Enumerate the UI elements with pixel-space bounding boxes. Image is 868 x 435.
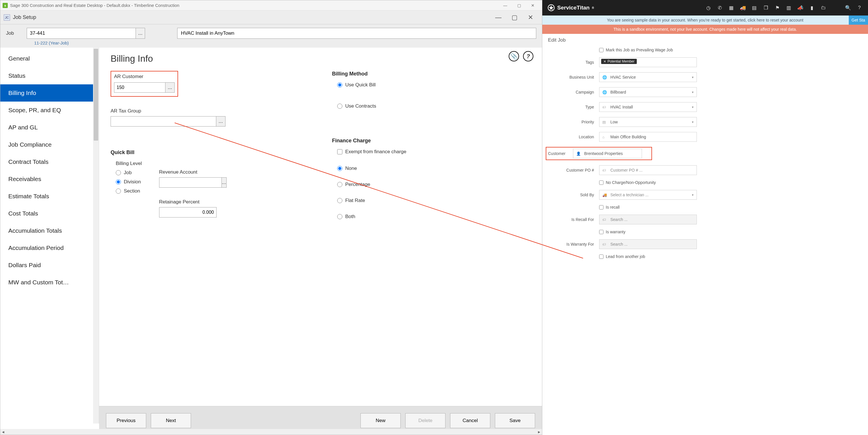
billing-level-section[interactable]: Section	[116, 188, 142, 194]
job-number-input[interactable]	[27, 28, 136, 39]
tag-potential-member[interactable]: ✕Potential Member	[601, 59, 637, 64]
scroll-left-icon[interactable]: ◄	[0, 429, 6, 435]
job-lookup-button[interactable]: …	[136, 28, 145, 39]
horizontal-scrollbar[interactable]: ◄ ►	[0, 429, 542, 435]
finance-percentage[interactable]: Percentage	[337, 181, 530, 188]
exempt-checkbox[interactable]: Exempt from finance charge	[337, 149, 530, 155]
isrecall-checkbox[interactable]: Is recall	[599, 205, 697, 209]
chart-icon[interactable]: ▥	[785, 4, 792, 11]
recallfor-input[interactable]: 🏷Search ...	[599, 214, 697, 224]
dashboard-icon[interactable]: ◷	[705, 4, 712, 11]
close-icon[interactable]: ✕	[526, 1, 540, 10]
revenue-account-lookup-button[interactable]: …	[222, 177, 227, 188]
flag-icon[interactable]: ⚑	[774, 4, 781, 11]
help-icon[interactable]: ?	[523, 51, 533, 61]
truck-icon[interactable]: 🚚	[739, 4, 746, 11]
nav-estimate-totals[interactable]: Estimate Totals	[0, 188, 99, 205]
job-label: Job	[6, 30, 23, 36]
inner-close-icon[interactable]: ✕	[523, 11, 538, 24]
prevailing-wage-checkbox[interactable]: Mark this Job as Prevailing Wage Job	[599, 47, 697, 52]
ar-tax-group-input[interactable]	[111, 116, 216, 127]
st-help-icon[interactable]: ?	[856, 4, 863, 11]
ar-tax-group-label: AR Tax Group	[111, 108, 309, 114]
nav-ap-gl[interactable]: AP and GL	[0, 119, 99, 136]
sandbox-banner: This is a sandbox environment, not your …	[542, 25, 868, 34]
finance-none[interactable]: None	[337, 166, 530, 171]
retainage-input[interactable]	[159, 207, 217, 218]
delete-button[interactable]: Delete	[405, 413, 445, 428]
billing-method-contracts[interactable]: Use Contracts	[337, 103, 530, 109]
caret-icon: ▾	[692, 193, 694, 197]
billing-method-quickbill[interactable]: Use Quick Bill	[337, 82, 530, 88]
finance-both[interactable]: Both	[337, 214, 530, 220]
next-button[interactable]: Next	[151, 413, 191, 428]
save-button[interactable]: Save	[495, 413, 535, 428]
nav-accumulation-totals[interactable]: Accumulation Totals	[0, 222, 99, 239]
tag-remove-icon[interactable]: ✕	[603, 60, 606, 63]
minimize-icon[interactable]: —	[498, 1, 512, 10]
nav-general[interactable]: General	[0, 50, 99, 67]
nav-cost-totals[interactable]: Cost Totals	[0, 205, 99, 222]
leadfrom-checkbox[interactable]: Lead from another job	[599, 254, 697, 259]
tags-label: Tags	[548, 60, 599, 65]
nav-job-compliance[interactable]: Job Compliance	[0, 136, 99, 153]
job-description-input[interactable]	[177, 28, 536, 39]
folder-icon[interactable]: 🗀	[820, 4, 827, 11]
nav-scope-pr-eq[interactable]: Scope, PR, and EQ	[0, 102, 99, 119]
clipboard-icon[interactable]: ▤	[751, 4, 758, 11]
soldby-select[interactable]: 🚚Select a technician ...▾	[599, 190, 697, 200]
campaign-select[interactable]: 🌐Billboard▾	[599, 87, 697, 97]
calendar-icon[interactable]: ▦	[728, 4, 735, 11]
st-logo-icon	[548, 4, 555, 11]
nav-billing-info[interactable]: Billing Info	[0, 85, 99, 102]
billing-level-label: Billing Level	[116, 161, 142, 166]
scroll-right-icon[interactable]: ►	[536, 429, 542, 435]
ar-customer-lookup-button[interactable]: …	[165, 82, 175, 93]
business-unit-select[interactable]: 🌐HVAC Service▾	[599, 72, 697, 82]
warrantyfor-input[interactable]: 🏷Search ...	[599, 239, 697, 249]
billing-level-job[interactable]: Job	[116, 170, 142, 176]
megaphone-icon[interactable]: 📣	[797, 4, 804, 11]
content-area: Billing Info 📎 ? AR Customer …	[99, 47, 542, 424]
customer-input[interactable]: 👤Brentwood Properties	[573, 148, 642, 158]
ar-customer-input[interactable]	[114, 82, 165, 93]
nav-status[interactable]: Status	[0, 67, 99, 85]
cancel-button[interactable]: Cancel	[450, 413, 490, 428]
sidebar-scrollbar[interactable]	[93, 47, 99, 424]
attachment-icon[interactable]: 📎	[509, 51, 519, 61]
maximize-icon[interactable]: ▢	[512, 1, 526, 10]
customer-po-input[interactable]: 🏷Customer PO # ...	[599, 165, 697, 175]
ar-tax-group-lookup-button[interactable]: …	[216, 116, 225, 127]
sage-window: s Sage 300 Construction and Real Estate …	[0, 0, 542, 435]
phone-icon[interactable]: ✆	[716, 4, 723, 11]
globe-icon: 🌐	[602, 75, 608, 79]
revenue-account-input[interactable]	[159, 177, 222, 188]
business-unit-label: Business Unit	[548, 75, 599, 79]
caret-icon: ▾	[692, 90, 694, 94]
soldby-label: Sold By	[548, 193, 599, 197]
bookmark-icon[interactable]: ▮	[808, 4, 815, 11]
nav-receivables[interactable]: Receivables	[0, 170, 99, 188]
search-icon[interactable]: 🔍	[844, 4, 851, 11]
nav-accumulation-period[interactable]: Accumulation Period	[0, 239, 99, 257]
iswarranty-checkbox[interactable]: Is warranty	[599, 230, 697, 234]
quickbill-label: Quick Bill	[111, 149, 309, 156]
new-button[interactable]: New	[361, 413, 401, 428]
finance-flatrate[interactable]: Flat Rate	[337, 198, 530, 203]
nav-mw-custom-tot[interactable]: MW and Custom Tot…	[0, 274, 99, 291]
tags-input[interactable]: ✕Potential Member	[599, 57, 697, 67]
inner-minimize-icon[interactable]: —	[490, 11, 506, 24]
previous-button[interactable]: Previous	[106, 413, 146, 428]
nav-contract-totals[interactable]: Contract Totals	[0, 153, 99, 170]
inner-maximize-icon[interactable]: ▢	[506, 11, 523, 24]
nav-dollars-paid[interactable]: Dollars Paid	[0, 257, 99, 274]
type-select[interactable]: 🏷HVAC Install▾	[599, 102, 697, 112]
job-setup-icon: JC	[4, 14, 10, 21]
nocharge-checkbox[interactable]: No Charge/Non-Opportunity	[599, 180, 697, 185]
ar-customer-label: AR Customer	[114, 74, 175, 79]
get-started-button[interactable]: Get Sta	[849, 15, 868, 25]
box-icon[interactable]: ❒	[762, 4, 769, 11]
location-input[interactable]: ⌂Main Office Building	[599, 132, 697, 142]
billing-level-division[interactable]: Division	[116, 179, 142, 185]
priority-select[interactable]: ▤Low▾	[599, 117, 697, 127]
